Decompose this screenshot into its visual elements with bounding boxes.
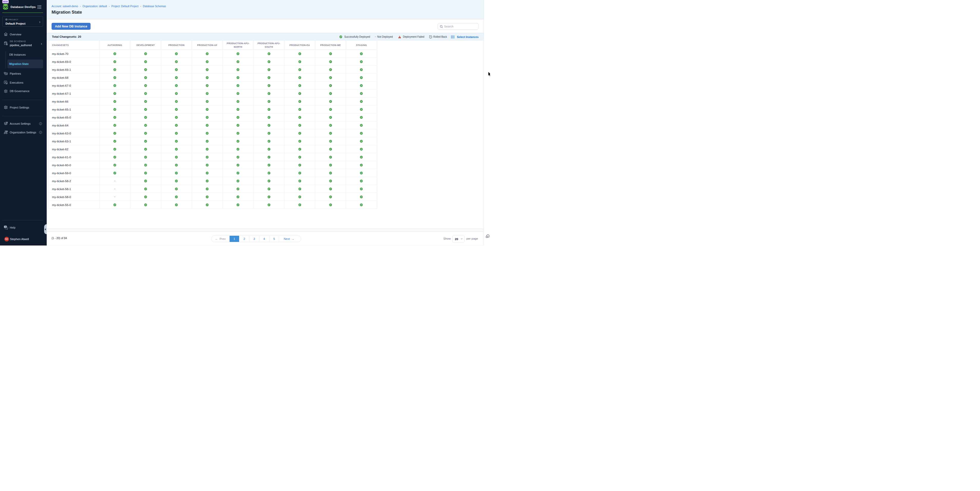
svg-text:?: ? (5, 226, 6, 227)
